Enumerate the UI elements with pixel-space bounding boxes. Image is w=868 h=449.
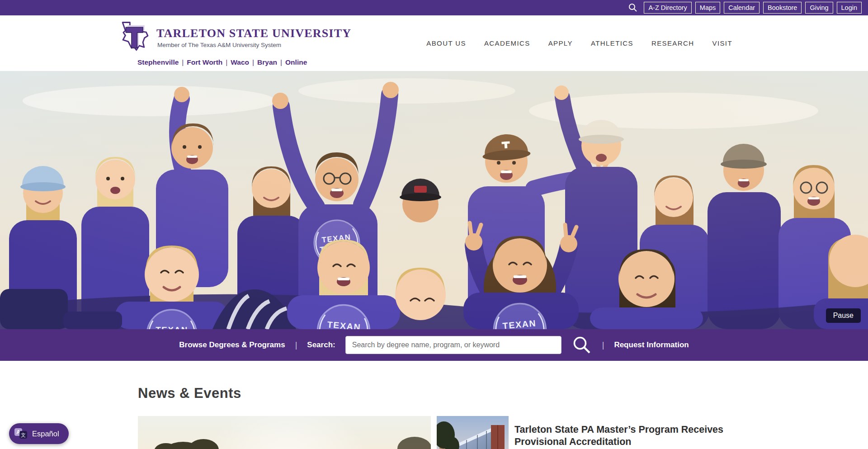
location-separator: |	[182, 58, 184, 66]
nav-academics[interactable]: ACADEMICS	[484, 39, 530, 47]
location-stephenville[interactable]: Stephenville	[137, 58, 179, 66]
bookstore-link[interactable]: Bookstore	[763, 2, 802, 14]
hero-crowd-illustration: TEXAN TUNNEL	[0, 71, 868, 329]
a-z-directory-link[interactable]: A-Z Directory	[644, 2, 691, 14]
location-fort-worth[interactable]: Fort Worth	[187, 58, 222, 66]
browse-degrees-link[interactable]: Browse Degrees & Programs	[179, 340, 285, 350]
pause-button[interactable]: Pause	[826, 308, 861, 323]
giving-link[interactable]: Giving	[805, 2, 833, 14]
calendar-link[interactable]: Calendar	[724, 2, 760, 14]
nav-apply[interactable]: APPLY	[548, 39, 573, 47]
brand-block: TARLETON STATE UNIVERSITY Member of The …	[119, 20, 351, 66]
search-icon	[572, 336, 591, 354]
search-icon-glyph	[628, 3, 637, 12]
sunset-photo	[138, 416, 431, 449]
maps-link[interactable]: Maps	[695, 2, 720, 14]
band-separator: |	[295, 340, 297, 350]
utility-bar: A-Z Directory Maps Calendar Bookstore Gi…	[0, 0, 868, 15]
news-events-section: News & Events	[0, 361, 868, 449]
nav-athletics[interactable]: ATHLETICS	[591, 39, 633, 47]
home-logo-link[interactable]: TARLETON STATE UNIVERSITY Member of The …	[119, 20, 351, 55]
hero-video: TEXAN TUNNEL	[0, 71, 868, 329]
translate-label: Español	[32, 430, 59, 438]
site-header: TARLETON STATE UNIVERSITY Member of The …	[0, 15, 868, 71]
news-events-heading: News & Events	[138, 385, 730, 402]
nav-research[interactable]: RESEARCH	[651, 39, 694, 47]
location-separator: |	[280, 58, 282, 66]
building-photo	[437, 416, 509, 449]
svg-text:文: 文	[21, 432, 26, 438]
primary-nav: ABOUT US ACADEMICS APPLY ATHLETICS RESEA…	[426, 39, 732, 47]
location-online[interactable]: Online	[285, 58, 307, 66]
tarleton-texas-logo-icon	[119, 20, 151, 55]
request-information-link[interactable]: Request Information	[614, 340, 689, 350]
university-name: TARLETON STATE UNIVERSITY	[156, 27, 351, 40]
location-separator: |	[252, 58, 254, 66]
search-icon[interactable]	[626, 3, 640, 12]
band-separator: |	[602, 340, 604, 350]
translate-button[interactable]: A 文 Español	[9, 423, 69, 444]
news-item-thumbnail[interactable]	[437, 416, 509, 449]
location-separator: |	[226, 58, 227, 66]
search-label: Search:	[307, 340, 335, 350]
news-row: Tarleton State PA Master’s Program Recei…	[138, 416, 730, 449]
news-item-title[interactable]: Tarleton State PA Master’s Program Recei…	[514, 424, 746, 449]
campus-locations: Stephenville|Fort Worth|Waco|Bryan|Onlin…	[137, 58, 351, 66]
nav-about-us[interactable]: ABOUT US	[426, 39, 466, 47]
nav-visit[interactable]: VISIT	[712, 39, 732, 47]
location-bryan[interactable]: Bryan	[257, 58, 277, 66]
university-tagline: Member of The Texas A&M University Syste…	[156, 42, 351, 48]
login-link[interactable]: Login	[837, 2, 862, 14]
news-list-item[interactable]: Tarleton State PA Master’s Program Recei…	[437, 416, 746, 449]
degree-search-submit-button[interactable]	[571, 336, 592, 354]
location-waco[interactable]: Waco	[231, 58, 249, 66]
translate-icon: A 文	[14, 427, 28, 441]
degree-search-band: Browse Degrees & Programs | Search: | Re…	[0, 329, 868, 361]
degree-search-input[interactable]	[345, 336, 561, 354]
featured-news-card[interactable]	[138, 416, 431, 449]
